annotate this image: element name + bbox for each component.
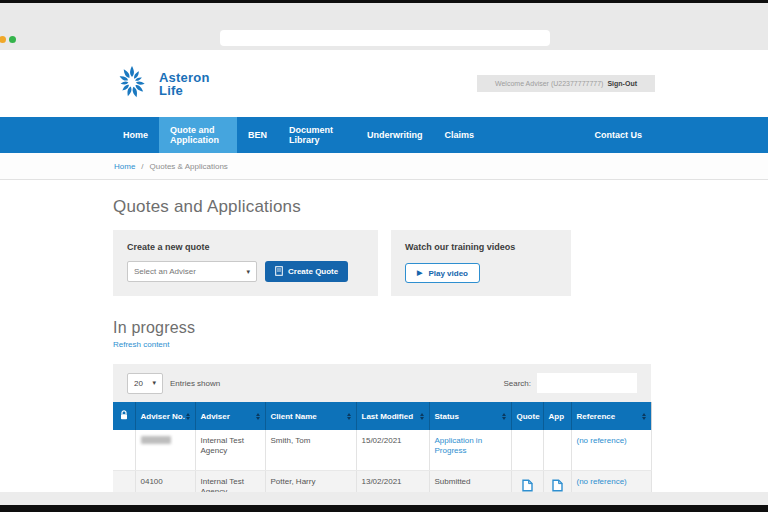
- site-viewport: Asteron Life Welcome Adviser (U223777777…: [0, 50, 768, 492]
- create-quote-card: Create a new quote Select an Adviser ▾ C…: [113, 230, 378, 296]
- browser-chrome: [0, 3, 768, 50]
- asteron-life-logo[interactable]: Asteron Life: [112, 62, 210, 106]
- breadcrumb: Home / Quotes & Applications: [0, 153, 768, 180]
- nav-item-ben[interactable]: BEN: [237, 117, 278, 153]
- create-quote-button-label: Create Quote: [288, 267, 338, 276]
- app-cell[interactable]: [543, 470, 571, 492]
- fullscreen-traffic-light[interactable]: [9, 36, 16, 43]
- action-cards: Create a new quote Select an Adviser ▾ C…: [113, 230, 768, 296]
- main-nav: HomeQuote and ApplicationBENDocument Lib…: [0, 117, 768, 153]
- nav-item-label: Underwriting: [367, 130, 423, 140]
- column-header-label: Quote: [517, 412, 540, 421]
- client-name-cell: Potter, Harry: [265, 470, 356, 492]
- column-header-client-name[interactable]: Client Name: [265, 402, 356, 430]
- column-header-adviser-no-[interactable]: Adviser No.: [135, 402, 195, 430]
- nav-item-home[interactable]: Home: [112, 117, 159, 153]
- nav-item-label: Contact Us: [594, 130, 642, 140]
- frame-bottom-strip: [0, 492, 768, 505]
- chevron-down-icon: ▾: [246, 268, 250, 276]
- nav-item-label: Claims: [445, 130, 475, 140]
- sort-icon: [256, 413, 260, 420]
- table-header-row: Adviser No.AdviserClient NameLast Modifi…: [113, 402, 651, 430]
- play-video-button[interactable]: ▶ Play video: [405, 263, 480, 283]
- column-header-app[interactable]: App: [543, 402, 571, 430]
- nav-item-underwriting[interactable]: Underwriting: [356, 117, 434, 153]
- entries-shown-select[interactable]: 20 ▾: [127, 373, 163, 394]
- entries-shown-label: Entries shown: [170, 379, 220, 388]
- sort-icon: [420, 413, 424, 420]
- training-videos-card: Watch our training videos ▶ Play video: [391, 230, 571, 296]
- adviser-cell: Internal Test Agency: [195, 470, 265, 492]
- sort-icon: [347, 413, 351, 420]
- nav-item-claims[interactable]: Claims: [434, 117, 486, 153]
- lock-cell: [113, 430, 135, 470]
- status-cell: Submitted: [429, 470, 511, 492]
- app-cell: [543, 430, 571, 470]
- address-bar[interactable]: [220, 30, 550, 46]
- lock-cell: [113, 470, 135, 492]
- nav-item-document-library[interactable]: Document Library: [278, 117, 356, 153]
- training-card-title: Watch our training videos: [405, 242, 557, 252]
- sort-icon: [502, 413, 506, 420]
- status-cell[interactable]: Application in Progress: [429, 430, 511, 470]
- status-link[interactable]: Application in Progress: [435, 436, 483, 455]
- site-header: Asteron Life Welcome Adviser (U223777777…: [0, 50, 768, 117]
- column-header-label: Client Name: [271, 412, 317, 421]
- adviser-select-value: Select an Adviser: [134, 267, 196, 276]
- column-header-label: Adviser No.: [141, 412, 185, 421]
- column-header-adviser[interactable]: Adviser: [195, 402, 265, 430]
- refresh-content-link[interactable]: Refresh content: [113, 340, 768, 349]
- quote-cell[interactable]: [511, 470, 543, 492]
- table-row: Internal Test AgencySmith, Tom15/02/2021…: [113, 430, 651, 470]
- quote-document-icon[interactable]: [522, 485, 533, 493]
- redacted-adviser-number: [141, 436, 171, 444]
- starburst-logo-icon: [112, 62, 152, 106]
- minimize-traffic-light[interactable]: [0, 36, 6, 43]
- table-controls: 20 ▾ Entries shown Search:: [113, 364, 651, 402]
- adviser-no-cell: [135, 430, 195, 470]
- screenshot-frame: Asteron Life Welcome Adviser (U223777777…: [0, 0, 768, 512]
- nav-item-label: BEN: [248, 130, 267, 140]
- create-quote-button[interactable]: Create Quote: [265, 261, 348, 282]
- column-header-label: Reference: [577, 412, 616, 421]
- column-header-quote[interactable]: Quote: [511, 402, 543, 430]
- welcome-text: Welcome Adviser (U22377777777): [495, 80, 603, 87]
- nav-item-label: Home: [123, 130, 148, 140]
- sort-icon: [186, 413, 190, 420]
- chevron-down-icon: ▾: [152, 379, 156, 387]
- app-document-icon[interactable]: [552, 485, 563, 493]
- table-row: 04100Internal Test AgencyPotter, Harry13…: [113, 470, 651, 492]
- reference-link[interactable]: (no reference): [577, 477, 627, 486]
- sort-icon: [642, 413, 646, 420]
- page-title: Quotes and Applications: [113, 180, 768, 217]
- column-header-reference[interactable]: Reference: [571, 402, 651, 430]
- reference-link[interactable]: (no reference): [577, 436, 627, 445]
- entries-shown-value: 20: [134, 379, 143, 388]
- logo-text: Asteron Life: [159, 71, 210, 97]
- in-progress-heading: In progress: [113, 319, 768, 337]
- column-header-status[interactable]: Status: [429, 402, 511, 430]
- adviser-no-cell: 04100: [135, 470, 195, 492]
- status-text: Submitted: [435, 477, 471, 486]
- column-header-last-modified[interactable]: Last Modified: [356, 402, 429, 430]
- adviser-cell: Internal Test Agency: [195, 430, 265, 470]
- search-input[interactable]: [537, 373, 637, 393]
- play-icon: ▶: [417, 269, 422, 277]
- breadcrumb-home-link[interactable]: Home: [114, 162, 135, 171]
- nav-item-contact-us[interactable]: Contact Us: [583, 117, 653, 153]
- nav-item-quote-and-application[interactable]: Quote and Application: [159, 117, 237, 153]
- frame-bottom-bar: [0, 505, 768, 512]
- reference-cell[interactable]: (no reference): [571, 430, 651, 470]
- client-name-cell: Smith, Tom: [265, 430, 356, 470]
- column-header-label: Status: [435, 412, 459, 421]
- adviser-number: 04100: [141, 477, 163, 486]
- last-modified-cell: 13/02/2021: [356, 470, 429, 492]
- play-video-button-label: Play video: [428, 269, 468, 278]
- nav-item-label: Document Library: [289, 125, 345, 145]
- column-header-label: Adviser: [201, 412, 230, 421]
- sign-out-link[interactable]: Sign-Out: [607, 80, 637, 87]
- create-quote-card-title: Create a new quote: [127, 242, 364, 252]
- reference-cell[interactable]: (no reference): [571, 470, 651, 492]
- adviser-select[interactable]: Select an Adviser ▾: [127, 261, 257, 282]
- column-header-label: App: [549, 412, 565, 421]
